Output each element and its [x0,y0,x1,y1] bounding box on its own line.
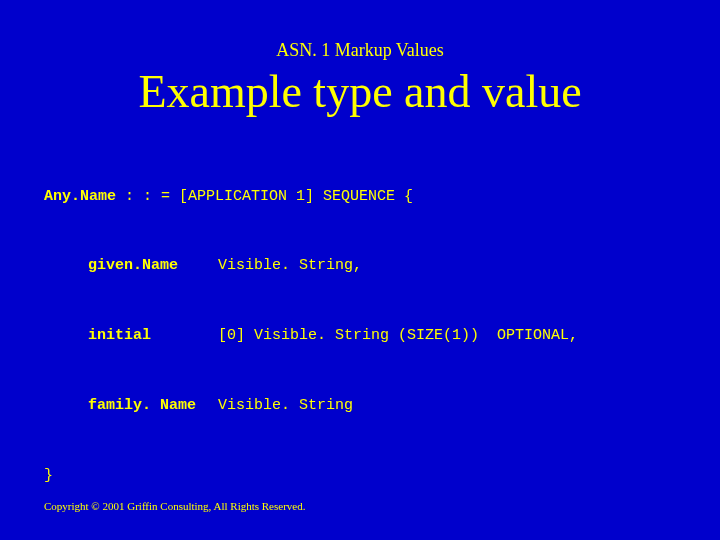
copyright-footer: Copyright © 2001 Griffin Consulting, All… [44,500,305,512]
asn-field-family: family. NameVisible. String [44,394,720,417]
asn-field-initial: initial[0] Visible. String (SIZE(1)) OPT… [44,324,720,347]
asn-line-1-rest: : : = [APPLICATION 1] SEQUENCE { [116,188,413,205]
asn-type-name: Any.Name [44,188,116,205]
asn-field-family-type: Visible. String [218,397,353,414]
asn-field-family-name: family. Name [88,394,218,417]
asn-field-initial-name: initial [88,324,218,347]
slide-title: Example type and value [0,65,720,118]
asn-field-given-type: Visible. String, [218,257,362,274]
asn-close-brace: } [44,464,720,487]
asn-definition-block: Any.Name : : = [APPLICATION 1] SEQUENCE … [44,138,720,533]
asn-field-given: given.NameVisible. String, [44,254,720,277]
asn-field-initial-type: [0] Visible. String (SIZE(1)) OPTIONAL, [218,327,578,344]
asn-line-1: Any.Name : : = [APPLICATION 1] SEQUENCE … [44,185,720,208]
slide: ASN. 1 Markup Values Example type and va… [0,0,720,540]
asn-field-given-name: given.Name [88,254,218,277]
slide-subtitle: ASN. 1 Markup Values [0,0,720,61]
